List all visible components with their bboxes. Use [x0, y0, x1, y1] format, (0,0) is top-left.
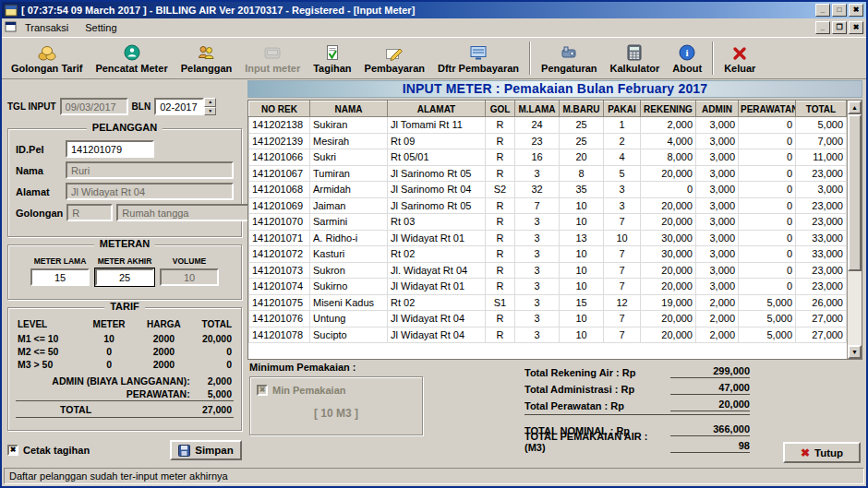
close-button[interactable]: ✖: [849, 4, 863, 17]
grid-cell: 141201070: [249, 214, 310, 231]
scroll-down-icon[interactable]: ▼: [848, 345, 862, 359]
volume-field: [160, 268, 219, 286]
tarif-cell: 20,000: [192, 332, 234, 345]
recorder-icon: [124, 42, 140, 61]
table-row[interactable]: 141201076UntungJl Widayat Rt 04R310720,0…: [249, 311, 847, 327]
toolbar-label: Dftr Pembayaran: [438, 63, 519, 74]
grid-cell: 23,000: [796, 262, 847, 279]
tarif-row: M1 <= 10 10 2000 20,000: [16, 332, 234, 345]
grid-cell: 2,000: [696, 311, 739, 327]
meter-lama-field[interactable]: [30, 268, 90, 286]
column-header: M.LAMA: [515, 101, 560, 117]
grid-cell: Jl. Widayat Rt 04: [388, 262, 486, 279]
grid-cell: 10: [560, 279, 604, 295]
toolbar-pengaturan-button[interactable]: Pengaturan: [535, 39, 604, 77]
id-pel-field[interactable]: [66, 140, 154, 158]
total-value: 299,000: [670, 365, 750, 378]
toolbar-tagihan-button[interactable]: Tagihan: [307, 39, 357, 77]
grid-cell: 8: [560, 165, 604, 182]
tarif-cell: M3 > 50: [16, 358, 82, 371]
grid-cell: 3: [515, 294, 560, 311]
grid-cell: 3: [604, 182, 641, 198]
table-row[interactable]: 141201074SukirnoJl Widayat Rt 01R310720,…: [249, 279, 847, 295]
grid-cell: 3,000: [696, 246, 739, 263]
pelanggan-groupbox: PELANGGAN ID.Pel Nama Alamat Golongan: [7, 128, 242, 237]
grid-cell: 26,000: [796, 294, 847, 311]
grid-cell: 8,000: [641, 149, 696, 166]
table-row[interactable]: 141202138SukiranJl Tomami Rt 11R242512,0…: [249, 117, 847, 134]
table-row[interactable]: 141202139MesirahRt 09R232524,0003,00007,…: [249, 133, 847, 149]
table-row[interactable]: 141201075Miseni KadusRt 02S13151219,0002…: [249, 294, 847, 311]
checkbox-check-icon: ✖: [257, 385, 268, 396]
toolbar-separator: [529, 42, 531, 75]
grid-cell: Armidah: [310, 182, 388, 198]
grid-cell: Sucipto: [310, 327, 388, 343]
total-label: Total Rekening Air : Rp: [524, 367, 635, 378]
table-row[interactable]: 141201066SukriRt 05/01R162048,0003,00001…: [249, 149, 847, 166]
spin-up-icon[interactable]: ▲: [204, 98, 216, 107]
minimize-button[interactable]: _: [815, 4, 830, 17]
toolbar-pembayaran-button[interactable]: Pembayaran: [358, 39, 431, 77]
grid-cell: 141201073: [249, 262, 310, 279]
cetak-tagihan-checkbox[interactable]: ✖ Cetak tagihan: [7, 445, 90, 456]
table-row[interactable]: 141201073SukronJl. Widayat Rt 04R310720,…: [249, 262, 847, 279]
toolbar-kalkulator-button[interactable]: Kalkulator: [604, 39, 667, 77]
menu-setting[interactable]: Setting: [77, 20, 125, 35]
maximize-button[interactable]: □: [832, 4, 847, 17]
spin-down-icon[interactable]: ▼: [204, 107, 216, 116]
minimum-pemakaian-panel: Minimum Pemakaian : ✖ Min Pemakaian [ 10…: [249, 362, 423, 435]
grid-cell: R: [486, 165, 515, 182]
toolbar-label: Kalkulator: [610, 63, 660, 74]
column-header: NO REK: [249, 101, 310, 117]
grid-cell: 0: [739, 133, 796, 149]
info-icon: i: [679, 42, 695, 61]
mdi-restore-button[interactable]: ❐: [832, 21, 847, 34]
toolbar-dftr-pembayaran-button[interactable]: Dftr Pembayaran: [431, 39, 525, 77]
min-pemakaian-checkbox: ✖ Min Pemakaian: [257, 385, 416, 396]
table-row[interactable]: 141201068ArmidahJl Sarinomo Rt 04S232353…: [249, 182, 847, 198]
tutup-button[interactable]: ✖ Tutup: [783, 442, 861, 463]
scroll-up-icon[interactable]: ▲: [848, 101, 862, 114]
meter-akhir-field[interactable]: [95, 268, 154, 286]
totals-panel: Total Rekening Air : Rp 299,000 Total Ad…: [524, 362, 750, 453]
toolbar-about-button[interactable]: i About: [666, 39, 708, 77]
grid-cell: Miseni Kadus: [310, 294, 388, 311]
mdi-child-icon: [5, 21, 17, 34]
table-row[interactable]: 141201070SarminiRt 03R310720,0003,000023…: [249, 214, 847, 231]
menu-transaksi[interactable]: Transaksi: [17, 20, 77, 35]
tgl-input-field: [60, 98, 128, 115]
table-row[interactable]: 141201069JaimanJl Sarinomo Rt 05R710320,…: [249, 197, 847, 214]
calculator-icon: [627, 42, 642, 61]
exit-x-icon: [731, 42, 748, 61]
table-row[interactable]: 141201067TumiranJl Sarinomo Rt 05R38520,…: [249, 165, 847, 182]
grid-cell: 30,000: [641, 246, 696, 263]
table-row[interactable]: 141201072KasturiRt 02R310730,0003,000033…: [249, 246, 847, 263]
tarif-cell: 2000: [136, 332, 192, 345]
simpan-button[interactable]: Simpan: [170, 440, 242, 460]
grid-cell: Sukron: [310, 262, 388, 279]
table-row[interactable]: 141201078SuciptoJl Widayat Rt 04R310720,…: [249, 327, 847, 343]
tarif-col-header: LEVEL: [16, 319, 82, 332]
toolbar-label: Pelanggan: [181, 63, 233, 74]
total-label: Total Administrasi : Rp: [524, 384, 634, 395]
bln-field[interactable]: [154, 98, 204, 115]
toolbar-keluar-button[interactable]: Keluar: [717, 39, 762, 77]
scrollbar-track[interactable]: [848, 271, 862, 345]
toolbar-pencatat-meter-button[interactable]: Pencatat Meter: [89, 39, 174, 77]
grid-cell: 13: [560, 230, 604, 246]
mdi-close-button[interactable]: ✖: [849, 21, 863, 34]
grid-cell: 141201075: [249, 294, 310, 311]
toolbar-golongan-tarif-button[interactable]: Golongan Tarif: [5, 39, 89, 77]
mdi-minimize-button[interactable]: _: [815, 21, 830, 34]
grid-cell: Kasturi: [310, 246, 388, 263]
grid-vertical-scrollbar[interactable]: ▲ ▼: [847, 101, 862, 359]
toolbar-label: About: [672, 63, 702, 74]
toolbar-pelanggan-button[interactable]: Pelanggan: [175, 39, 239, 77]
grid-cell: 141201071: [249, 230, 310, 246]
table-row[interactable]: 141201071A. Ridho-iJl Widayat Rt 01R3131…: [249, 230, 847, 246]
scrollbar-thumb[interactable]: [848, 114, 862, 271]
tarif-cell: 10: [82, 332, 136, 345]
tarif-cell: M1 <= 10: [16, 332, 82, 345]
grid-cell: Sukri: [310, 149, 388, 166]
grid-cell: R: [486, 311, 515, 327]
